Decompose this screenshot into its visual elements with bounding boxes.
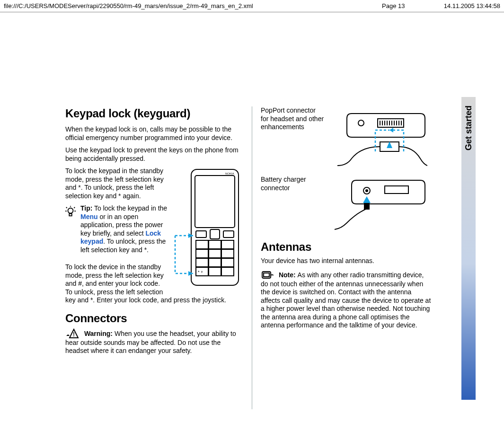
print-header: file:///C:/USERS/MODEServer/rapi/2290550… (0, 0, 504, 12)
svg-rect-7 (209, 240, 221, 249)
note-block: Note: As with any other radio transmitti… (261, 270, 433, 330)
svg-rect-4 (223, 231, 234, 238)
svg-marker-43 (387, 141, 392, 148)
svg-rect-11 (221, 249, 234, 258)
svg-rect-10 (209, 249, 221, 258)
svg-point-21 (68, 208, 73, 213)
svg-line-24 (74, 207, 75, 208)
timestamp: 14.11.2005 13:44:58 (420, 2, 500, 9)
warning-block: ! Warning: When you use the headset, you… (65, 328, 243, 355)
heading-connectors: Connectors (65, 311, 243, 326)
svg-rect-8 (221, 240, 234, 249)
svg-rect-30 (378, 119, 404, 127)
svg-rect-1 (195, 176, 235, 228)
charger-label: Battery charger connector (261, 176, 327, 192)
svg-text:* +: * + (198, 270, 203, 274)
svg-marker-49 (363, 196, 371, 203)
svg-rect-27 (69, 214, 72, 216)
svg-rect-12 (196, 258, 208, 267)
svg-rect-16 (209, 267, 221, 276)
note-icon (261, 271, 279, 279)
svg-rect-3 (196, 231, 206, 238)
note-label: Note: (279, 271, 298, 279)
left-column: Keypad lock (keyguard) When the keypad l… (65, 106, 252, 409)
note-text: As with any other radio transmitting dev… (261, 271, 431, 329)
page-label: Page 13 (382, 2, 420, 9)
svg-rect-14 (221, 258, 234, 267)
charger-row: Battery charger connector (261, 176, 433, 232)
svg-rect-5 (210, 229, 220, 239)
svg-rect-45 (385, 186, 408, 194)
right-column: PopPort connector for headset and other … (252, 106, 439, 409)
svg-point-47 (365, 189, 368, 192)
charger-illustration (327, 176, 433, 232)
svg-line-23 (66, 207, 67, 208)
para-prevent: Use the keypad lock to prevent the keys … (65, 146, 243, 163)
tip-label: Tip: (80, 204, 92, 212)
svg-text:!: ! (73, 331, 75, 338)
tip-text: Tip: To lock the keypad in the Menu or i… (80, 204, 168, 254)
menu-link: Menu (80, 213, 98, 220)
para-emergency: When the keypad lock is on, calls may be… (65, 125, 243, 142)
svg-point-41 (358, 120, 364, 126)
heading-keypad-lock: Keypad lock (keyguard) (65, 106, 243, 121)
warning-icon: ! (65, 330, 84, 337)
svg-rect-48 (364, 203, 370, 210)
svg-rect-9 (196, 249, 208, 258)
popport-row: PopPort connector for headset and other … (261, 106, 433, 168)
lightbulb-icon (65, 206, 76, 218)
popport-illustration (327, 106, 433, 168)
svg-rect-6 (196, 240, 208, 249)
tip-block: Tip: To lock the keypad in the Menu or i… (65, 204, 168, 258)
heading-antennas: Antennas (261, 240, 433, 254)
phone-illustration: NOKIA (172, 167, 243, 290)
popport-label: PopPort connector for headset and other … (261, 106, 327, 132)
svg-rect-17 (221, 267, 234, 276)
svg-marker-44 (389, 128, 393, 132)
svg-text:NOKIA: NOKIA (225, 172, 234, 175)
warning-label: Warning: (84, 330, 115, 337)
svg-rect-51 (264, 273, 269, 277)
file-path: file:///C:/USERS/MODEServer/rapi/2290550… (4, 2, 382, 9)
svg-rect-13 (209, 258, 221, 267)
side-tab-label: Get started (464, 106, 474, 150)
side-tab: Get started 13 (461, 97, 476, 400)
para-antennas: Your device has two internal antennas. (261, 257, 433, 265)
